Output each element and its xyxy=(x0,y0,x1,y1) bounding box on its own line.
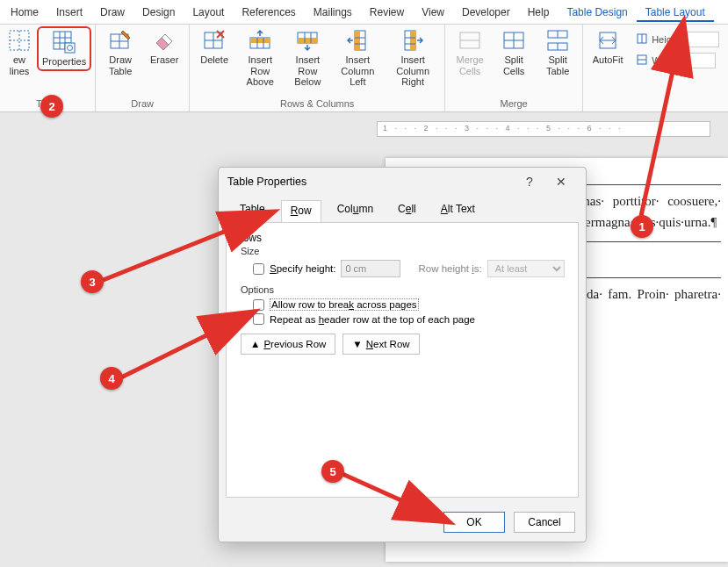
view-gridlines-button[interactable]: ew lines xyxy=(4,26,35,78)
properties-icon xyxy=(52,30,76,54)
ok-button[interactable]: OK xyxy=(443,512,505,533)
menu-developer[interactable]: Developer xyxy=(453,3,519,22)
height-row: Height: xyxy=(636,32,719,47)
autofit-icon xyxy=(595,28,620,53)
merge-cells-label: Merge Cells xyxy=(457,54,484,76)
draw-table-icon xyxy=(108,28,133,53)
eraser-button[interactable]: Eraser xyxy=(143,26,185,68)
height-input[interactable] xyxy=(686,32,719,47)
group-label-draw: Draw xyxy=(99,97,185,111)
specify-height-input[interactable] xyxy=(341,260,400,277)
dialog-body: Rows Size Specify height: Row height is:… xyxy=(226,222,579,498)
specify-height-label: Specify height: xyxy=(270,263,335,274)
insert-left-icon xyxy=(345,28,370,53)
arrow-up-icon: ▲ xyxy=(250,339,260,349)
annotation-badge-2: 2 xyxy=(40,95,63,118)
split-table-icon xyxy=(545,28,570,53)
ribbon: ew lines Properties Table Draw Table xyxy=(0,25,728,112)
tab-cell[interactable]: Cell xyxy=(389,199,425,222)
arrow-down-icon: ▼ xyxy=(352,339,362,349)
menu-bar: Home Insert Draw Design Layout Reference… xyxy=(0,0,728,25)
delete-label: Delete xyxy=(200,54,228,66)
insert-column-left-button[interactable]: Insert Column Left xyxy=(332,26,383,90)
group-label-rows-columns: Rows & Columns xyxy=(193,97,441,111)
menu-table-design[interactable]: Table Design xyxy=(558,3,636,22)
menu-review[interactable]: Review xyxy=(361,3,413,22)
eraser-label: Eraser xyxy=(150,54,178,66)
gridlines-icon xyxy=(7,28,32,53)
svg-rect-8 xyxy=(65,43,75,53)
rows-section-label: Rows xyxy=(235,232,569,244)
insert-left-label: Insert Column Left xyxy=(335,54,379,88)
size-subsection-label: Size xyxy=(241,246,569,256)
insert-below-label: Insert Row Below xyxy=(288,54,327,88)
allow-break-checkbox[interactable] xyxy=(253,299,264,311)
menu-design[interactable]: Design xyxy=(133,3,184,22)
width-icon xyxy=(636,54,648,68)
draw-table-button[interactable]: Draw Table xyxy=(99,26,141,78)
autofit-label: AutoFit xyxy=(593,54,623,66)
help-icon[interactable]: ? xyxy=(514,175,545,189)
properties-label: Properties xyxy=(42,56,86,68)
delete-icon xyxy=(202,28,227,53)
specify-height-checkbox[interactable] xyxy=(253,263,264,275)
previous-row-button[interactable]: ▲Previous Row xyxy=(241,334,335,355)
svg-rect-0 xyxy=(10,31,29,50)
insert-above-label: Insert Row Above xyxy=(241,54,279,88)
annotation-badge-5: 5 xyxy=(321,460,344,483)
svg-rect-27 xyxy=(355,31,360,50)
svg-rect-31 xyxy=(410,31,415,50)
draw-table-label: Draw Table xyxy=(109,54,132,76)
ruler-ticks: 1 · · · 2 · · · 3 · · · 4 · · · 5 · · · … xyxy=(378,122,710,133)
row-height-combo[interactable]: At least xyxy=(487,260,565,277)
menu-view[interactable]: View xyxy=(413,3,453,22)
tab-column[interactable]: Column xyxy=(328,199,382,222)
group-label-merge: Merge xyxy=(449,97,579,111)
repeat-header-checkbox[interactable] xyxy=(253,313,264,325)
dialog-footer: OK Cancel xyxy=(219,505,586,542)
next-row-button[interactable]: ▼Next Row xyxy=(342,334,419,355)
options-subsection-label: Options xyxy=(241,284,569,295)
allow-break-label: Allow row to break across pages xyxy=(270,298,419,311)
merge-cells-icon xyxy=(458,28,482,53)
menu-mailings[interactable]: Mailings xyxy=(305,3,361,22)
split-table-button[interactable]: Split Table xyxy=(537,26,579,78)
insert-row-above-button[interactable]: Insert Row Above xyxy=(237,26,283,90)
dialog-titlebar: Table Properties ? ✕ xyxy=(219,168,586,196)
row-height-is-label: Row height is: xyxy=(418,263,481,274)
merge-cells-button[interactable]: Merge Cells xyxy=(449,26,491,78)
insert-row-below-button[interactable]: Insert Row Below xyxy=(285,26,330,90)
delete-button[interactable]: Delete xyxy=(193,26,235,68)
annotation-badge-1: 1 xyxy=(631,215,653,238)
tab-row[interactable]: Row xyxy=(281,200,321,223)
properties-button[interactable]: Properties xyxy=(37,26,91,71)
split-cells-button[interactable]: Split Cells xyxy=(493,26,535,78)
menu-home[interactable]: Home xyxy=(2,3,47,22)
split-cells-icon xyxy=(501,28,526,53)
svg-rect-19 xyxy=(250,38,270,43)
menu-draw[interactable]: Draw xyxy=(91,3,133,22)
view-gridlines-label: ew lines xyxy=(10,54,30,76)
menu-help[interactable]: Help xyxy=(519,3,559,22)
tab-table[interactable]: Table xyxy=(231,199,274,222)
ruler-area: 1 · · · 2 · · · 3 · · · 4 · · · 5 · · · … xyxy=(0,112,728,137)
repeat-header-label: Repeat as header row at the top of each … xyxy=(270,314,475,325)
menu-insert[interactable]: Insert xyxy=(47,3,91,22)
horizontal-ruler[interactable]: 1 · · · 2 · · · 3 · · · 4 · · · 5 · · · … xyxy=(377,121,710,137)
width-input[interactable] xyxy=(682,53,716,68)
cancel-button[interactable]: Cancel xyxy=(514,512,575,533)
tab-alttext[interactable]: Alt Text xyxy=(432,199,484,222)
svg-rect-23 xyxy=(298,38,317,43)
insert-column-right-button[interactable]: Insert Column Right xyxy=(385,26,441,90)
autofit-button[interactable]: AutoFit xyxy=(587,26,629,68)
ribbon-group-cellsize: AutoFit Height: Width: xyxy=(583,25,728,111)
split-table-label: Split Table xyxy=(546,54,569,76)
menu-references[interactable]: References xyxy=(233,3,304,22)
menu-table-layout[interactable]: Table Layout xyxy=(637,3,714,22)
menu-layout[interactable]: Layout xyxy=(184,3,233,22)
width-label: Width: xyxy=(652,55,679,66)
dialog-title-text: Table Properties xyxy=(227,176,514,188)
close-icon[interactable]: ✕ xyxy=(545,175,577,189)
height-icon xyxy=(636,32,648,47)
insert-below-icon xyxy=(295,28,320,53)
